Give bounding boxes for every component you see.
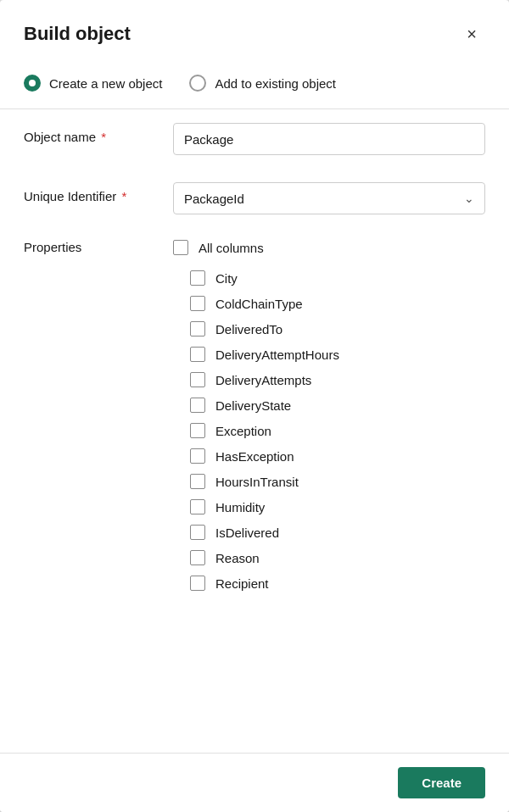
property-checkbox [190, 499, 205, 514]
property-checkbox [190, 296, 205, 311]
all-columns-checkbox [173, 240, 188, 255]
property-checkbox-row[interactable]: Reason [190, 545, 485, 570]
property-checkbox-label: DeliveryAttemptHours [215, 348, 339, 362]
property-checkbox-label: Humidity [215, 500, 265, 514]
property-checkboxes: CityColdChainTypeDeliveredToDeliveryAtte… [173, 265, 485, 596]
property-checkbox-row[interactable]: Humidity [190, 494, 485, 520]
property-checkbox-row[interactable]: IsDelivered [190, 520, 485, 545]
property-checkbox-row[interactable]: DeliveryAttemptHours [190, 342, 485, 367]
property-checkbox-row[interactable]: DeliveryAttempts [190, 367, 485, 392]
add-existing-radio-indicator [189, 75, 206, 92]
all-columns-label: All columns [199, 241, 264, 255]
property-checkbox-row[interactable]: Recipient [190, 570, 485, 596]
property-checkbox-row[interactable]: Exception [190, 418, 485, 443]
property-checkbox-label: HoursInTransit [215, 475, 299, 489]
object-name-row: Object name * [0, 109, 509, 169]
close-icon: × [467, 25, 477, 44]
property-checkbox-row[interactable]: DeliveredTo [190, 316, 485, 342]
close-button[interactable]: × [458, 20, 485, 47]
unique-identifier-value: PackageId [184, 192, 244, 206]
dialog-title: Build object [24, 23, 131, 45]
property-checkbox [190, 576, 205, 591]
create-button[interactable]: Create [398, 767, 485, 798]
property-checkbox-label: Recipient [215, 576, 269, 591]
unique-identifier-row: Unique Identifier * PackageId ⌄ [0, 169, 509, 228]
property-checkbox [190, 448, 205, 464]
add-existing-label: Add to existing object [215, 76, 336, 91]
dialog-footer: Create [0, 753, 509, 812]
chevron-down-icon: ⌄ [464, 192, 474, 205]
object-name-required: * [98, 130, 106, 144]
property-checkbox-row[interactable]: ColdChainType [190, 291, 485, 316]
create-new-radio[interactable]: Create a new object [24, 75, 162, 92]
property-checkbox [190, 550, 205, 565]
property-checkbox-row[interactable]: City [190, 265, 485, 291]
create-new-radio-indicator [24, 75, 41, 92]
property-checkbox-label: City [215, 271, 238, 286]
property-checkbox [190, 321, 205, 336]
properties-row: Properties All columns CityColdChainType… [0, 228, 509, 603]
build-object-dialog: Build object × Create a new object Add t… [0, 0, 509, 812]
object-name-label: Object name * [24, 123, 159, 144]
create-new-label: Create a new object [49, 76, 162, 91]
property-checkbox [190, 398, 205, 413]
unique-identifier-label: Unique Identifier * [24, 182, 159, 203]
property-checkbox-label: HasException [215, 449, 294, 464]
property-checkbox [190, 347, 205, 362]
checkboxes-container: All columns CityColdChainTypeDeliveredTo… [173, 235, 485, 596]
property-checkbox-label: IsDelivered [215, 526, 279, 540]
radio-group: Create a new object Add to existing obje… [0, 64, 509, 108]
property-checkbox [190, 525, 205, 540]
property-checkbox-row[interactable]: DeliveryState [190, 392, 485, 418]
property-checkbox-row[interactable]: HasException [190, 443, 485, 469]
unique-identifier-required: * [118, 189, 126, 203]
property-checkbox-label: ColdChainType [215, 297, 303, 311]
all-columns-checkbox-row[interactable]: All columns [173, 235, 485, 260]
property-checkbox [190, 372, 205, 387]
form-content: Object name * Unique Identifier * Packag… [0, 109, 509, 753]
property-checkbox [190, 270, 205, 286]
property-checkbox-row[interactable]: HoursInTransit [190, 469, 485, 494]
property-checkbox-label: DeliveryState [215, 398, 291, 413]
property-checkbox-label: DeliveryAttempts [215, 373, 311, 387]
unique-identifier-select[interactable]: PackageId ⌄ [173, 182, 485, 214]
property-checkbox [190, 474, 205, 489]
property-checkbox-label: DeliveredTo [215, 322, 282, 336]
properties-label: Properties [24, 235, 159, 254]
property-checkbox-label: Reason [215, 551, 260, 565]
dialog-header: Build object × [0, 0, 509, 64]
unique-identifier-select-wrapper: PackageId ⌄ [173, 182, 485, 214]
object-name-input[interactable] [173, 123, 485, 155]
add-existing-radio[interactable]: Add to existing object [189, 75, 336, 92]
property-checkbox-label: Exception [215, 424, 271, 438]
property-checkbox [190, 423, 205, 438]
